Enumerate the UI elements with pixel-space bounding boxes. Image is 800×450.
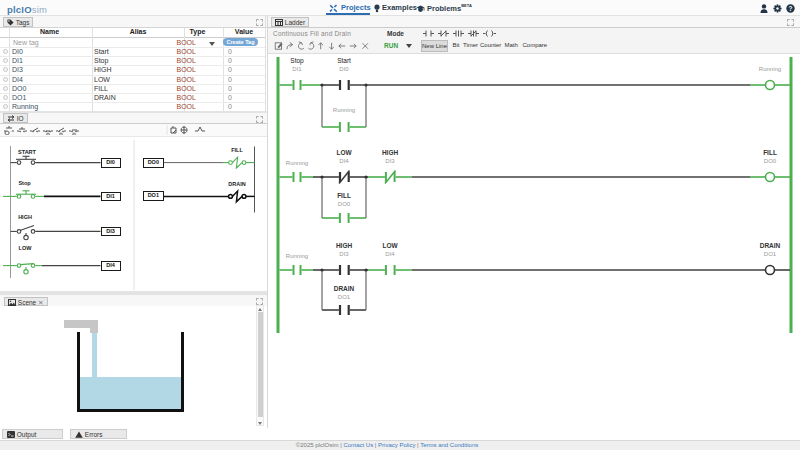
svg-text:DI3: DI3 (385, 158, 395, 164)
svg-text:?: ? (789, 5, 793, 12)
svg-text:LOW: LOW (382, 242, 398, 249)
svg-text:DRAIN: DRAIN (228, 181, 245, 187)
svg-text:DO0: DO0 (338, 201, 351, 207)
svg-text:DI0: DI0 (339, 66, 349, 72)
svg-text:Running: Running (286, 253, 308, 259)
svg-text:Start: Start (337, 57, 351, 64)
svg-text:DO1: DO1 (338, 294, 351, 300)
svg-text:HIGH: HIGH (18, 214, 32, 220)
svg-text:Stop: Stop (18, 180, 31, 186)
svg-text:FILL: FILL (337, 192, 351, 199)
svg-text:Running: Running (759, 66, 781, 72)
svg-text:DRAIN: DRAIN (334, 285, 355, 292)
svg-text:DI1: DI1 (292, 66, 302, 72)
svg-text:DRAIN: DRAIN (760, 242, 781, 249)
svg-text:DO1: DO1 (764, 251, 777, 257)
svg-text:DI3: DI3 (339, 251, 349, 257)
svg-text:FILL: FILL (231, 147, 243, 153)
svg-text:LOW: LOW (19, 245, 33, 251)
svg-text:DO0: DO0 (764, 158, 777, 164)
svg-text:HIGH: HIGH (336, 242, 353, 249)
svg-text:Stop: Stop (290, 57, 304, 65)
svg-text:START: START (18, 149, 37, 155)
svg-text:DI4: DI4 (385, 251, 395, 257)
svg-text:FILL: FILL (763, 149, 777, 156)
svg-text:Running: Running (286, 160, 308, 166)
svg-text:HIGH: HIGH (382, 149, 399, 156)
svg-text:DI4: DI4 (339, 158, 349, 164)
svg-text:Running: Running (333, 107, 355, 113)
svg-text:LOW: LOW (336, 149, 352, 156)
